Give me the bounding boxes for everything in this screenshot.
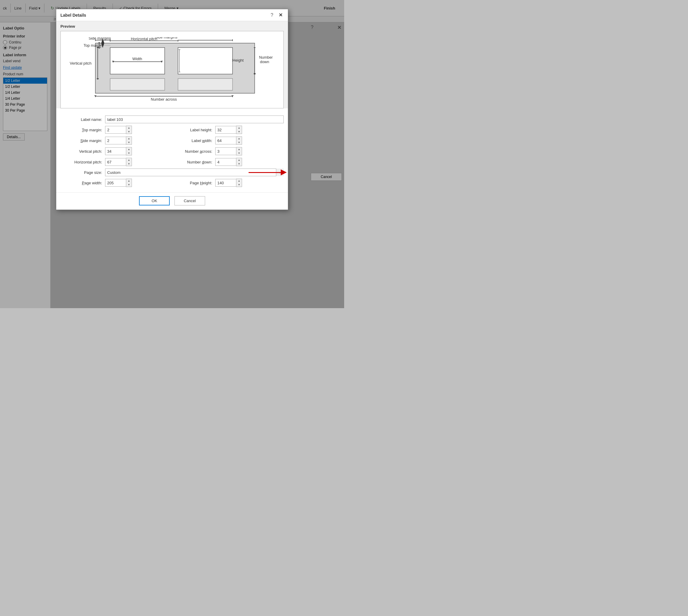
dialog-help-button[interactable]: ? (269, 13, 274, 18)
page-width-label: Page width: (61, 181, 102, 185)
label-width-up[interactable]: ▲ (236, 137, 242, 140)
page-size-row: Page size: Custom Letter A4 ▾ (61, 169, 284, 176)
page-width-height-row: Page width: ▲ ▼ Page Height: ▲ (61, 179, 284, 187)
side-margin-width-row: Side margin: ▲ ▼ Label width: ▲ (61, 136, 284, 145)
diagram-svg: Side margins Horizontal pitch (67, 37, 278, 102)
page-height-col: Page Height: ▲ ▼ (174, 179, 284, 187)
cancel-button[interactable]: Cancel (175, 196, 205, 205)
page-height-up[interactable]: ▲ (236, 179, 242, 183)
dialog-buttons: OK Cancel (56, 192, 288, 210)
number-across-input[interactable] (215, 147, 236, 155)
svg-text:down: down (260, 60, 269, 64)
svg-rect-3 (110, 79, 164, 90)
side-margin-input-group: ▲ ▼ (105, 136, 135, 145)
label-height-spinner: ▲ ▼ (236, 126, 242, 134)
label-height-up[interactable]: ▲ (236, 126, 242, 130)
dialog-titlebar: Label Details ? ✕ (56, 9, 288, 21)
svg-text:Side margins: Side margins (155, 37, 177, 39)
label-height-col: Label height: ▲ ▼ (174, 126, 284, 134)
vertical-pitch-up[interactable]: ▲ (126, 147, 132, 151)
side-margin-label: Side margin: (61, 138, 102, 143)
horizontal-pitch-down[interactable]: ▼ (126, 162, 132, 166)
top-margin-down[interactable]: ▼ (126, 130, 132, 134)
svg-text:Side margins: Side margins (89, 37, 111, 41)
label-details-dialog: Label Details ? ✕ Preview (56, 9, 288, 210)
side-margin-input[interactable] (105, 137, 126, 145)
number-across-down[interactable]: ▼ (236, 151, 242, 155)
svg-text:Vertical pitch: Vertical pitch (70, 61, 91, 66)
page-width-input[interactable] (105, 179, 126, 187)
label-height-input-group: ▲ ▼ (215, 126, 245, 134)
number-down-down[interactable]: ▼ (236, 162, 242, 166)
side-margin-up[interactable]: ▲ (126, 137, 132, 140)
vertical-pitch-label: Vertical pitch: (61, 149, 102, 154)
label-width-input-group: ▲ ▼ (215, 136, 245, 145)
number-down-input-group: ▲ ▼ (215, 158, 245, 166)
horizontal-pitch-col: Horizontal pitch: ▲ ▼ (61, 158, 171, 166)
arrow-line (249, 172, 281, 173)
horizontal-pitch-label: Horizontal pitch: (61, 160, 102, 164)
label-width-label: Label width: (174, 138, 212, 143)
number-across-col: Number across: ▲ ▼ (174, 147, 284, 155)
ok-button[interactable]: OK (139, 196, 170, 205)
vertical-pitch-down[interactable]: ▼ (126, 151, 132, 155)
page-height-input[interactable] (215, 179, 236, 187)
page-width-spinner: ▲ ▼ (126, 179, 132, 187)
svg-text:Top margin: Top margin (84, 43, 103, 48)
side-margin-spinner: ▲ ▼ (126, 136, 132, 145)
page-width-down[interactable]: ▼ (126, 183, 132, 187)
svg-rect-2 (178, 48, 232, 74)
number-down-label: Number down: (174, 160, 212, 164)
label-name-row: Label name: (61, 115, 284, 123)
red-arrow-annotation (249, 170, 287, 175)
number-across-input-group: ▲ ▼ (215, 147, 245, 155)
number-across-spinner: ▲ ▼ (236, 147, 242, 155)
page-size-label: Page size: (61, 170, 102, 175)
dialog-title: Label Details (61, 13, 86, 18)
preview-section: Preview (56, 21, 288, 108)
vertical-pitch-number-across-row: Vertical pitch: ▲ ▼ Number across: (61, 147, 284, 155)
label-width-col: Label width: ▲ ▼ (174, 136, 284, 145)
horizontal-pitch-input-group: ▲ ▼ (105, 158, 135, 166)
page-height-down[interactable]: ▼ (236, 183, 242, 187)
titlebar-controls: ? ✕ (269, 12, 284, 18)
svg-text:Number: Number (259, 55, 273, 60)
svg-text:Width: Width (132, 57, 142, 61)
top-margin-label: Top margin: (61, 128, 102, 132)
vertical-pitch-col: Vertical pitch: ▲ ▼ (61, 147, 171, 155)
modal-overlay: Label Details ? ✕ Preview (0, 0, 344, 308)
page-height-spinner: ▲ ▼ (236, 179, 242, 187)
page-height-label: Page Height: (174, 181, 212, 185)
number-down-up[interactable]: ▲ (236, 158, 242, 162)
top-margin-col: Top margin: ▲ ▼ (61, 126, 171, 134)
horizontal-pitch-up[interactable]: ▲ (126, 158, 132, 162)
top-margin-input[interactable] (105, 126, 126, 134)
label-name-label: Label name: (61, 117, 102, 122)
arrow-head (281, 170, 287, 175)
vertical-pitch-input[interactable] (105, 147, 126, 155)
top-margin-spinner: ▲ ▼ (126, 126, 132, 134)
horizontal-pitch-number-down-row: Horizontal pitch: ▲ ▼ Number down: (61, 158, 284, 166)
label-name-input[interactable] (105, 115, 284, 123)
page-width-input-group: ▲ ▼ (105, 179, 135, 187)
top-margin-input-group: ▲ ▼ (105, 126, 135, 134)
side-margin-down[interactable]: ▼ (126, 140, 132, 145)
number-down-input[interactable] (215, 158, 236, 166)
vertical-pitch-spinner: ▲ ▼ (126, 147, 132, 155)
page-height-input-group: ▲ ▼ (215, 179, 245, 187)
horizontal-pitch-input[interactable] (105, 158, 126, 166)
svg-text:Number across: Number across (151, 97, 177, 102)
label-width-input[interactable] (215, 137, 236, 145)
dialog-close-button[interactable]: ✕ (278, 12, 284, 18)
number-across-up[interactable]: ▲ (236, 147, 242, 151)
preview-label: Preview (61, 24, 284, 28)
top-margin-up[interactable]: ▲ (126, 126, 132, 130)
label-height-input[interactable] (215, 126, 236, 134)
label-height-label: Label height: (174, 128, 212, 132)
page-width-up[interactable]: ▲ (126, 179, 132, 183)
horizontal-pitch-spinner: ▲ ▼ (126, 158, 132, 166)
label-width-spinner: ▲ ▼ (236, 136, 242, 145)
label-width-down[interactable]: ▼ (236, 140, 242, 145)
number-down-col: Number down: ▲ ▼ (174, 158, 284, 166)
label-height-down[interactable]: ▼ (236, 130, 242, 134)
